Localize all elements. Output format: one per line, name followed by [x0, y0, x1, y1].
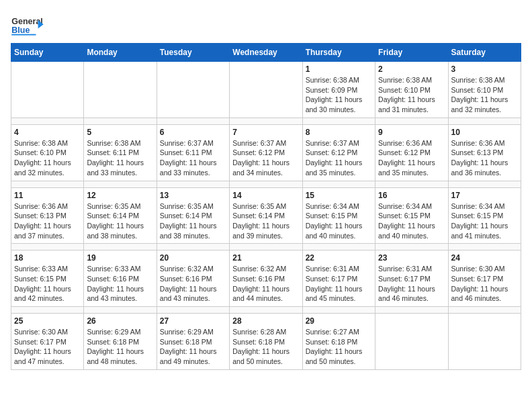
- logo-svg: General Blue: [11, 11, 44, 38]
- separator-cell: [11, 181, 84, 187]
- day-info: Sunrise: 6:38 AM Sunset: 6:10 PM Dayligh…: [14, 138, 81, 178]
- calendar-cell: 7Sunrise: 6:37 AM Sunset: 6:12 PM Daylig…: [230, 124, 302, 181]
- day-number: 10: [451, 128, 518, 137]
- separator-cell: [157, 244, 229, 250]
- separator-cell: [11, 118, 84, 124]
- calendar-cell: 2Sunrise: 6:38 AM Sunset: 6:10 PM Daylig…: [375, 62, 448, 118]
- separator-cell: [157, 307, 229, 314]
- day-info: Sunrise: 6:35 AM Sunset: 6:14 PM Dayligh…: [232, 201, 299, 241]
- day-info: Sunrise: 6:35 AM Sunset: 6:14 PM Dayligh…: [160, 201, 226, 241]
- day-info: Sunrise: 6:38 AM Sunset: 6:10 PM Dayligh…: [378, 75, 445, 115]
- logo: General Blue: [11, 11, 44, 38]
- calendar-week-4: 18Sunrise: 6:33 AM Sunset: 6:15 PM Dayli…: [11, 250, 521, 307]
- calendar-cell: 13Sunrise: 6:35 AM Sunset: 6:14 PM Dayli…: [157, 187, 229, 244]
- calendar-cell: [84, 62, 157, 118]
- separator-cell: [448, 118, 521, 124]
- day-number: 20: [160, 253, 226, 263]
- day-info: Sunrise: 6:34 AM Sunset: 6:15 PM Dayligh…: [306, 201, 372, 241]
- separator-cell: [448, 244, 521, 250]
- calendar-header-monday: Monday: [84, 44, 157, 62]
- calendar-header-row: SundayMondayTuesdayWednesdayThursdayFrid…: [11, 44, 521, 62]
- week-separator: [11, 181, 521, 187]
- day-number: 22: [306, 253, 372, 263]
- day-info: Sunrise: 6:27 AM Sunset: 6:18 PM Dayligh…: [306, 327, 372, 367]
- separator-cell: [84, 307, 157, 314]
- calendar-cell: 23Sunrise: 6:31 AM Sunset: 6:17 PM Dayli…: [375, 250, 448, 307]
- separator-cell: [230, 118, 302, 124]
- day-info: Sunrise: 6:36 AM Sunset: 6:12 PM Dayligh…: [378, 138, 445, 178]
- separator-cell: [375, 307, 448, 314]
- day-info: Sunrise: 6:29 AM Sunset: 6:18 PM Dayligh…: [160, 327, 226, 367]
- day-info: Sunrise: 6:33 AM Sunset: 6:16 PM Dayligh…: [87, 264, 153, 304]
- separator-cell: [375, 118, 448, 124]
- separator-cell: [84, 244, 157, 250]
- separator-cell: [302, 307, 375, 314]
- separator-cell: [448, 307, 521, 314]
- day-info: Sunrise: 6:35 AM Sunset: 6:14 PM Dayligh…: [87, 201, 153, 241]
- calendar-header-thursday: Thursday: [302, 44, 375, 62]
- day-number: 29: [306, 316, 372, 326]
- day-number: 13: [160, 191, 226, 200]
- separator-cell: [157, 181, 229, 187]
- day-info: Sunrise: 6:37 AM Sunset: 6:12 PM Dayligh…: [306, 138, 372, 178]
- calendar-cell: [375, 314, 448, 370]
- calendar-week-2: 4Sunrise: 6:38 AM Sunset: 6:10 PM Daylig…: [11, 124, 521, 181]
- separator-cell: [84, 118, 157, 124]
- calendar-cell: 22Sunrise: 6:31 AM Sunset: 6:17 PM Dayli…: [302, 250, 375, 307]
- day-info: Sunrise: 6:37 AM Sunset: 6:11 PM Dayligh…: [160, 138, 226, 178]
- separator-cell: [11, 307, 84, 314]
- calendar-cell: 5Sunrise: 6:38 AM Sunset: 6:11 PM Daylig…: [84, 124, 157, 181]
- week-separator: [11, 118, 521, 124]
- day-number: 5: [87, 128, 153, 137]
- day-number: 28: [232, 316, 299, 326]
- day-info: Sunrise: 6:31 AM Sunset: 6:17 PM Dayligh…: [306, 264, 372, 304]
- day-number: 3: [451, 64, 518, 74]
- calendar-week-3: 11Sunrise: 6:36 AM Sunset: 6:13 PM Dayli…: [11, 187, 521, 244]
- calendar-cell: 20Sunrise: 6:32 AM Sunset: 6:16 PM Dayli…: [157, 250, 229, 307]
- day-number: 26: [87, 316, 153, 326]
- day-info: Sunrise: 6:37 AM Sunset: 6:12 PM Dayligh…: [232, 138, 299, 178]
- calendar-header-friday: Friday: [375, 44, 448, 62]
- calendar-cell: 16Sunrise: 6:34 AM Sunset: 6:15 PM Dayli…: [375, 187, 448, 244]
- calendar-cell: 12Sunrise: 6:35 AM Sunset: 6:14 PM Dayli…: [84, 187, 157, 244]
- day-info: Sunrise: 6:32 AM Sunset: 6:16 PM Dayligh…: [232, 264, 299, 304]
- day-number: 9: [378, 128, 445, 137]
- calendar-cell: 11Sunrise: 6:36 AM Sunset: 6:13 PM Dayli…: [11, 187, 84, 244]
- calendar-header-wednesday: Wednesday: [230, 44, 302, 62]
- separator-cell: [230, 307, 302, 314]
- separator-cell: [84, 181, 157, 187]
- calendar-cell: 8Sunrise: 6:37 AM Sunset: 6:12 PM Daylig…: [302, 124, 375, 181]
- day-number: 21: [232, 253, 299, 263]
- day-number: 18: [14, 253, 81, 263]
- day-info: Sunrise: 6:38 AM Sunset: 6:10 PM Dayligh…: [451, 75, 518, 115]
- day-info: Sunrise: 6:38 AM Sunset: 6:11 PM Dayligh…: [87, 138, 153, 178]
- day-number: 24: [451, 253, 518, 263]
- calendar-cell: 17Sunrise: 6:34 AM Sunset: 6:15 PM Dayli…: [448, 187, 521, 244]
- day-number: 15: [306, 191, 372, 200]
- day-info: Sunrise: 6:30 AM Sunset: 6:17 PM Dayligh…: [14, 327, 81, 367]
- day-number: 23: [378, 253, 445, 263]
- day-number: 12: [87, 191, 153, 200]
- day-number: 16: [378, 191, 445, 200]
- separator-cell: [11, 244, 84, 250]
- separator-cell: [302, 118, 375, 124]
- svg-rect-3: [11, 34, 36, 36]
- header: General Blue: [11, 11, 521, 38]
- day-info: Sunrise: 6:29 AM Sunset: 6:18 PM Dayligh…: [87, 327, 153, 367]
- separator-cell: [302, 181, 375, 187]
- calendar-table: SundayMondayTuesdayWednesdayThursdayFrid…: [11, 43, 521, 370]
- week-separator: [11, 244, 521, 250]
- day-info: Sunrise: 6:31 AM Sunset: 6:17 PM Dayligh…: [378, 264, 445, 304]
- calendar-cell: [448, 314, 521, 370]
- day-number: 8: [306, 128, 372, 137]
- day-info: Sunrise: 6:36 AM Sunset: 6:13 PM Dayligh…: [14, 201, 81, 241]
- day-info: Sunrise: 6:32 AM Sunset: 6:16 PM Dayligh…: [160, 264, 226, 304]
- day-info: Sunrise: 6:33 AM Sunset: 6:15 PM Dayligh…: [14, 264, 81, 304]
- day-number: 27: [160, 316, 226, 326]
- calendar-cell: 10Sunrise: 6:36 AM Sunset: 6:13 PM Dayli…: [448, 124, 521, 181]
- calendar-week-5: 25Sunrise: 6:30 AM Sunset: 6:17 PM Dayli…: [11, 314, 521, 370]
- day-number: 1: [306, 64, 372, 74]
- calendar-cell: 15Sunrise: 6:34 AM Sunset: 6:15 PM Dayli…: [302, 187, 375, 244]
- day-number: 7: [232, 128, 299, 137]
- calendar-cell: 1Sunrise: 6:38 AM Sunset: 6:09 PM Daylig…: [302, 62, 375, 118]
